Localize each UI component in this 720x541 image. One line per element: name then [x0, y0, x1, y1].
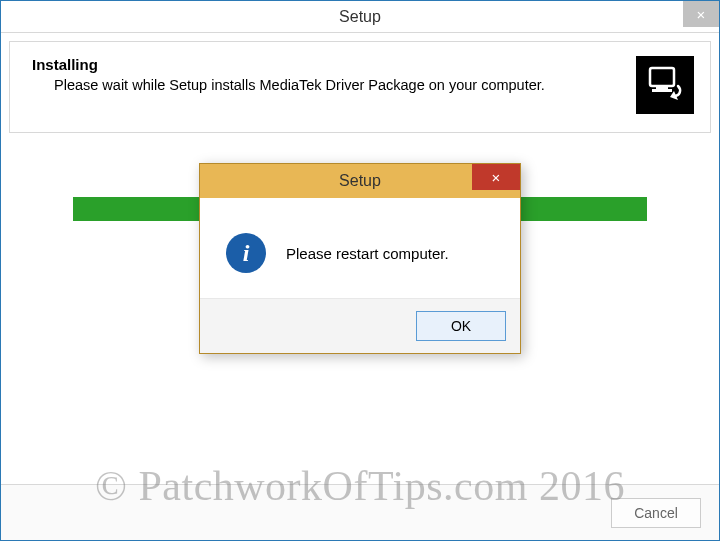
info-icon: i	[226, 233, 266, 273]
dialog-footer: OK	[200, 298, 520, 353]
close-icon: ×	[492, 169, 501, 186]
installer-icon	[636, 56, 694, 114]
svg-rect-0	[650, 68, 674, 86]
cancel-button[interactable]: Cancel	[611, 498, 701, 528]
info-glyph: i	[243, 240, 250, 267]
setup-window: Setup × Installing Please wait while Set…	[0, 0, 720, 541]
window-close-button[interactable]: ×	[683, 1, 719, 27]
dialog-message: Please restart computer.	[286, 245, 449, 262]
window-titlebar: Setup ×	[1, 1, 719, 33]
header-text: Installing Please wait while Setup insta…	[26, 56, 636, 93]
close-icon: ×	[697, 6, 706, 23]
window-title: Setup	[1, 8, 719, 26]
header-panel: Installing Please wait while Setup insta…	[9, 41, 711, 133]
header-subtitle: Please wait while Setup installs MediaTe…	[26, 77, 636, 93]
svg-rect-1	[656, 86, 668, 89]
svg-rect-2	[652, 89, 672, 92]
header-title: Installing	[26, 56, 636, 73]
message-dialog: Setup × i Please restart computer. OK	[199, 163, 521, 354]
dialog-body: i Please restart computer.	[200, 198, 520, 298]
dialog-titlebar: Setup ×	[200, 164, 520, 198]
window-footer: Cancel	[1, 484, 719, 540]
dialog-close-button[interactable]: ×	[472, 164, 520, 190]
content-area: Setup × i Please restart computer. OK	[1, 133, 719, 473]
ok-button[interactable]: OK	[416, 311, 506, 341]
